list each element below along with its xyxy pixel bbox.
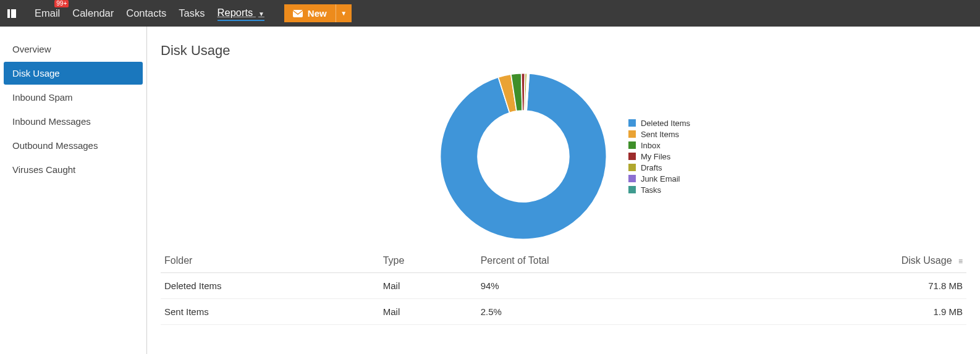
- new-button-dropdown[interactable]: ▼: [336, 4, 352, 22]
- legend-label: Drafts: [641, 163, 662, 172]
- legend-swatch: [628, 153, 636, 160]
- svg-rect-0: [293, 10, 303, 17]
- sidebar-item-label: Outbound Messages: [12, 140, 98, 151]
- page-title: Disk Usage: [161, 43, 966, 59]
- top-nav: Email 99+ Calendar Contacts Tasks Report…: [0, 0, 980, 27]
- disk-usage-chart: 94.0% Deleted ItemsSent ItemsInboxMy Fil…: [161, 70, 966, 243]
- table-cell: 2.5%: [477, 299, 734, 325]
- donut-chart: 94.0%: [437, 70, 610, 243]
- col-label: Disk Usage: [902, 255, 952, 266]
- legend-item[interactable]: Deleted Items: [628, 119, 690, 128]
- sidebar-item-label: Inbound Spam: [12, 92, 73, 103]
- sidebar-item-inbound-messages[interactable]: Inbound Messages: [4, 110, 143, 133]
- table-cell: Mail: [379, 299, 477, 325]
- new-button-group: New ▼: [284, 4, 352, 22]
- nav-calendar[interactable]: Calendar: [72, 6, 114, 20]
- sidebar-item-label: Inbound Messages: [12, 116, 91, 127]
- legend-swatch: [628, 164, 636, 171]
- legend-swatch: [628, 175, 636, 182]
- nav-calendar-label: Calendar: [72, 7, 114, 19]
- legend-swatch: [628, 130, 636, 138]
- nav-email-label: Email: [35, 7, 60, 19]
- chart-legend: Deleted ItemsSent ItemsInboxMy FilesDraf…: [628, 117, 690, 196]
- email-badge: 99+: [54, 0, 69, 7]
- sidebar-item-overview[interactable]: Overview: [4, 38, 143, 61]
- nav-tasks[interactable]: Tasks: [179, 6, 205, 20]
- table-cell: Deleted Items: [161, 273, 379, 299]
- table-cell: Mail: [379, 273, 477, 299]
- chevron-down-icon: ▼: [258, 11, 264, 17]
- legend-swatch: [628, 119, 636, 127]
- report-sidebar: Overview Disk Usage Inbound Spam Inbound…: [0, 27, 147, 354]
- col-label: Percent of Total: [481, 255, 549, 266]
- col-label: Type: [383, 255, 405, 266]
- app-menu-icon[interactable]: [6, 8, 17, 19]
- new-button[interactable]: New: [284, 4, 336, 22]
- legend-item[interactable]: Inbox: [628, 141, 690, 150]
- nav-reports[interactable]: Reports ▼: [218, 6, 264, 21]
- legend-label: Sent Items: [641, 130, 679, 139]
- legend-label: Junk Email: [641, 174, 680, 183]
- nav-contacts-label: Contacts: [126, 7, 166, 19]
- nav-email[interactable]: Email 99+: [35, 6, 60, 20]
- sidebar-item-disk-usage[interactable]: Disk Usage: [4, 62, 143, 85]
- col-type[interactable]: Type: [379, 249, 477, 273]
- nav-contacts[interactable]: Contacts: [126, 6, 166, 20]
- legend-swatch: [628, 186, 636, 193]
- mail-icon: [293, 10, 303, 17]
- sidebar-item-label: Overview: [12, 44, 51, 54]
- table-row[interactable]: Sent ItemsMail2.5%1.9 MB: [161, 299, 966, 325]
- sidebar-item-inbound-spam[interactable]: Inbound Spam: [4, 86, 143, 109]
- sidebar-item-label: Viruses Caught: [12, 164, 75, 175]
- table-cell: 1.9 MB: [733, 299, 966, 325]
- table-row[interactable]: Deleted ItemsMail94%71.8 MB: [161, 273, 966, 299]
- legend-item[interactable]: My Files: [628, 152, 690, 161]
- legend-item[interactable]: Junk Email: [628, 174, 690, 183]
- table-cell: 71.8 MB: [733, 273, 966, 299]
- sidebar-item-viruses-caught[interactable]: Viruses Caught: [4, 158, 143, 181]
- disk-usage-table: Folder Type Percent of Total Disk Usage …: [161, 249, 966, 325]
- legend-item[interactable]: Sent Items: [628, 130, 690, 139]
- col-disk-usage[interactable]: Disk Usage ≡: [733, 249, 966, 273]
- legend-swatch: [628, 141, 636, 149]
- legend-item[interactable]: Tasks: [628, 185, 690, 195]
- col-percent[interactable]: Percent of Total: [477, 249, 734, 273]
- new-button-label: New: [308, 8, 327, 19]
- legend-label: Inbox: [641, 141, 661, 150]
- nav-reports-label: Reports: [218, 7, 253, 18]
- legend-label: Deleted Items: [641, 119, 690, 128]
- col-folder[interactable]: Folder: [161, 249, 379, 273]
- filter-icon: ≡: [958, 257, 963, 266]
- col-label: Folder: [164, 255, 192, 266]
- nav-tasks-label: Tasks: [179, 7, 205, 19]
- sidebar-item-label: Disk Usage: [12, 68, 60, 78]
- table-cell: 94%: [477, 273, 734, 299]
- legend-label: Tasks: [641, 185, 661, 195]
- table-cell: Sent Items: [161, 299, 379, 325]
- sidebar-item-outbound-messages[interactable]: Outbound Messages: [4, 134, 143, 157]
- legend-label: My Files: [641, 152, 670, 161]
- legend-item[interactable]: Drafts: [628, 163, 690, 172]
- main-content: Disk Usage 94.0% Deleted ItemsSent Items…: [147, 27, 980, 354]
